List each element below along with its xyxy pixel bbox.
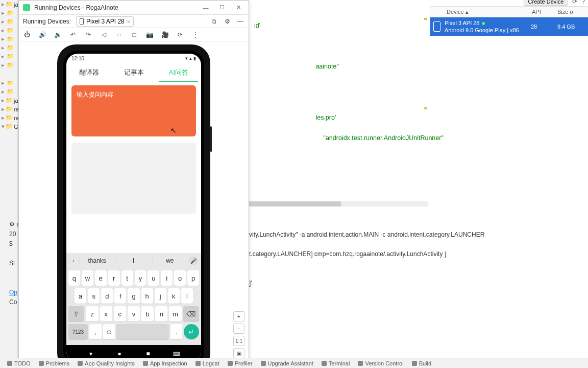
rotate-left-icon[interactable]: ↶	[69, 31, 77, 39]
key-b[interactable]: b	[141, 306, 154, 321]
nav-keyboard-icon[interactable]: ⌨	[173, 350, 181, 358]
key-a[interactable]: a	[75, 288, 86, 304]
zoom-1to1-button[interactable]: 1:1	[233, 336, 244, 346]
home-icon[interactable]: ○	[115, 31, 123, 39]
key-symbols[interactable]: ?123	[68, 324, 88, 339]
battery-icon: ▮	[193, 56, 196, 61]
new-window-icon[interactable]: ⧉	[210, 17, 218, 26]
key-l[interactable]: l	[181, 288, 193, 304]
nav-overview-icon[interactable]: ■	[144, 350, 152, 358]
suggestion[interactable]: I	[116, 257, 150, 264]
problems-tab[interactable]: Problems	[39, 360, 69, 366]
record-icon[interactable]: 🎥	[161, 31, 169, 39]
screenshot-icon[interactable]: 📷	[145, 31, 154, 39]
col-api-label[interactable]: API	[532, 9, 557, 15]
close-button[interactable]: ✕	[232, 3, 244, 13]
logcat-tab[interactable]: Logcat	[195, 360, 219, 366]
key-x[interactable]: x	[100, 306, 112, 321]
more-icon[interactable]: ⋮	[191, 31, 200, 39]
volume-up-icon[interactable]: 🔊	[38, 31, 46, 39]
device-row[interactable]: Pixel 3 API 28 Android 9.0 Google Play |…	[430, 17, 588, 36]
key-h[interactable]: h	[141, 288, 153, 304]
suggestion[interactable]: we	[153, 257, 187, 264]
help-icon[interactable]: ?	[581, 0, 585, 5]
zoom-in-button[interactable]: +	[233, 311, 244, 321]
key-u[interactable]: u	[148, 270, 159, 286]
tab-ai-qa[interactable]: AI问答	[156, 64, 201, 81]
col-size-label[interactable]: Size o	[557, 9, 588, 15]
todo-tab[interactable]: TODO	[7, 360, 31, 366]
zoom-out-button[interactable]: −	[233, 324, 244, 334]
profiler-tab[interactable]: Profiler	[228, 360, 253, 366]
tab-translator[interactable]: 翻译器	[66, 64, 111, 81]
key-m[interactable]: m	[169, 306, 181, 321]
upgrade-assistant-tab[interactable]: Upgrade Assistant	[261, 360, 313, 366]
refresh-icon[interactable]: ⟳	[572, 0, 577, 5]
zoom-fit-button[interactable]: ▣	[233, 348, 244, 358]
key-i[interactable]: i	[161, 270, 173, 286]
key-e[interactable]: e	[95, 270, 107, 286]
key-g[interactable]: g	[128, 288, 139, 304]
key-comma[interactable]: ,	[89, 324, 101, 339]
col-device-label[interactable]: Device	[447, 9, 464, 15]
key-c[interactable]: c	[114, 306, 126, 321]
gear-icon[interactable]: ⚙	[223, 17, 231, 26]
key-f[interactable]: f	[114, 288, 126, 304]
key-k[interactable]: k	[168, 288, 180, 304]
maximize-button[interactable]: ☐	[216, 3, 228, 13]
phone-screen[interactable]: 12:10 ▾▴▮ 翻译器 记事本 AI问答 输入提问内容 ↖	[66, 54, 201, 362]
key-j[interactable]: j	[155, 288, 166, 304]
key-period[interactable]: .	[170, 324, 182, 339]
hide-icon[interactable]: —	[236, 17, 244, 26]
key-v[interactable]: v	[128, 306, 140, 321]
key-emoji[interactable]: ☺	[103, 324, 115, 339]
running-devices-bar: Running Devices: Pixel 3 API 28 × ⧉ ⚙ —	[19, 15, 249, 28]
close-tab-icon[interactable]: ×	[127, 18, 130, 25]
android-icon	[23, 4, 30, 11]
nav-back-icon[interactable]: ▾	[87, 350, 95, 358]
terminal-tab[interactable]: Terminal	[322, 360, 350, 366]
nav-home-icon[interactable]: ●	[115, 350, 124, 358]
key-o[interactable]: o	[174, 270, 186, 286]
key-y[interactable]: y	[135, 270, 146, 286]
key-q[interactable]: q	[68, 270, 80, 286]
key-n[interactable]: n	[155, 306, 167, 321]
overview-icon[interactable]: □	[130, 31, 138, 39]
suggestion[interactable]: thanks	[80, 257, 114, 264]
term-link[interactable]: Op	[9, 289, 17, 296]
question-input-box[interactable]: 输入提问内容 ↖	[71, 85, 196, 136]
key-backspace[interactable]: ⌫	[183, 306, 199, 321]
key-p[interactable]: p	[187, 270, 199, 286]
key-r[interactable]: r	[108, 270, 120, 286]
chevron-right-icon[interactable]: ›	[69, 257, 78, 264]
version-control-tab[interactable]: Version Control	[358, 360, 403, 366]
minimize-button[interactable]: —	[200, 3, 212, 13]
key-enter[interactable]: ↵	[184, 324, 199, 339]
build-tab[interactable]: Build	[412, 360, 431, 366]
horizontal-scrollbar[interactable]	[249, 201, 428, 206]
reload-icon[interactable]: ⟳	[176, 31, 184, 39]
create-device-button[interactable]: Create Device	[524, 0, 569, 6]
tab-notes[interactable]: 记事本	[111, 64, 156, 81]
key-s[interactable]: s	[88, 288, 100, 304]
back-icon[interactable]: ◁	[100, 31, 108, 39]
mic-icon[interactable]: 🎤	[189, 256, 198, 265]
term-line: t.category.LAUNCHER] cmp=com.hzq.rogaain…	[249, 249, 484, 259]
rotate-right-icon[interactable]: ↷	[84, 31, 92, 39]
app-inspection-tab[interactable]: App Inspection	[143, 360, 187, 366]
volume-down-icon[interactable]: 🔉	[54, 31, 62, 39]
key-shift[interactable]: ⇧	[68, 306, 84, 321]
device-tab[interactable]: Pixel 3 API 28 ×	[76, 16, 134, 27]
running-devices-window: Running Devices - RogaAInote — ☐ ✕ Runni…	[18, 0, 249, 364]
key-z[interactable]: z	[86, 306, 98, 321]
device-table-header: Device ▴ API Size o	[430, 6, 588, 17]
bottom-toolbar: TODO Problems App Quality Insights App I…	[0, 358, 588, 368]
key-d[interactable]: d	[101, 288, 113, 304]
key-w[interactable]: w	[82, 270, 93, 286]
android-statusbar: 12:10 ▾▴▮	[66, 54, 201, 63]
window-titlebar[interactable]: Running Devices - RogaAInote — ☐ ✕	[19, 1, 249, 15]
power-icon[interactable]: ⏻	[23, 31, 31, 39]
key-space[interactable]	[116, 324, 169, 339]
app-quality-tab[interactable]: App Quality Insights	[78, 360, 135, 366]
key-t[interactable]: t	[121, 270, 133, 286]
